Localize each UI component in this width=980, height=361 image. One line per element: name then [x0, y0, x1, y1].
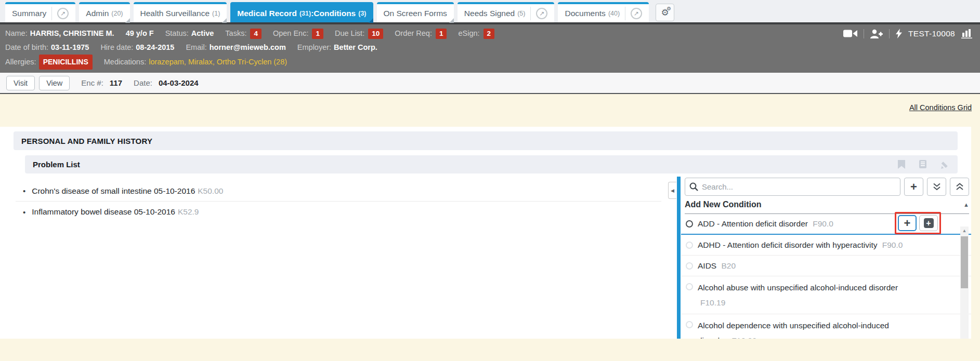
tab-label: On Screen Forms [384, 9, 447, 18]
esign-label: eSign: [458, 26, 479, 41]
patient-dob: 03-11-1975 [51, 41, 89, 55]
settings-button[interactable]: ⚙ ⚙ [656, 4, 674, 21]
scrollbar-thumb[interactable] [961, 236, 968, 288]
tutorial-highlight-box: + + [895, 212, 941, 234]
tab-label: Needs Signed [464, 9, 515, 18]
condition-row-add[interactable]: ADD - Attention deficit disorder F90.0 +… [681, 214, 971, 235]
condition-row-adhd[interactable]: ADHD - Attention deficit disorder with h… [681, 235, 971, 256]
icd-code: F90.0 [813, 219, 833, 228]
search-icon [689, 182, 698, 191]
tab-summary[interactable]: Summary ↗ [5, 2, 75, 22]
bullet: • [23, 208, 25, 217]
view-button[interactable]: View [39, 76, 70, 90]
open-enc-badge[interactable]: 1 [312, 29, 323, 39]
patient-name: HARRIS, CHRISTINE M. [30, 26, 114, 41]
double-chevron-down-icon [933, 183, 941, 191]
divider [530, 7, 531, 20]
patient-banner-row-3: Allergies: PENICILLINS Medications: lora… [5, 55, 973, 70]
content-area: All Conditions Grid PERSONAL AND FAMILY … [0, 94, 980, 339]
condition-name: ADHD - Attention deficit disorder with h… [698, 240, 877, 249]
medications-list[interactable]: lorazepam, Miralax, Ortho Tri-Cyclen (28… [149, 55, 287, 69]
enc-date-label: Date: [134, 78, 152, 87]
tab-count: (5) [517, 10, 525, 17]
video-call-icon[interactable] [843, 29, 857, 38]
flowsheet-chart-icon[interactable] [961, 29, 973, 38]
tasks-count-badge[interactable]: 4 [250, 29, 262, 39]
patient-banner-row-2: Date of birth: 03-11-1975 Hire date: 08-… [5, 41, 973, 55]
order-req-badge[interactable]: 1 [436, 29, 447, 39]
quick-action-bolt-icon[interactable] [896, 29, 902, 38]
problem-row[interactable]: • Crohn's disease of small intestine 05-… [16, 181, 661, 202]
tab-label: Medical Record [237, 9, 297, 18]
subsection-title: Problem List [33, 160, 80, 169]
add-user-icon[interactable] [870, 29, 883, 38]
patient-banner-row-1: Name: HARRIS, CHRISTINE M. 49 y/o F Stat… [5, 26, 973, 41]
condition-name: Alcohol abuse with unspecified alcohol-i… [698, 283, 898, 292]
icd-code: F10.29 [731, 336, 756, 339]
visit-button[interactable]: Visit [6, 76, 35, 90]
panel-accent-bar [677, 177, 681, 339]
hire-date-label: Hire date: [100, 41, 133, 55]
tab-label: Documents [565, 9, 605, 18]
all-conditions-grid-link[interactable]: All Conditions Grid [909, 103, 972, 112]
condition-radio[interactable] [686, 242, 693, 249]
tab-medical-record-conditions[interactable]: Medical Record (31) :Conditions (3) [230, 2, 373, 22]
collapse-section-icon[interactable]: ▲ [963, 202, 969, 208]
tab-documents[interactable]: Documents (40) ↗ [558, 2, 649, 22]
icd-code: F10.19 [700, 298, 725, 307]
panel-collapse-handle[interactable]: ◀ [668, 182, 676, 199]
add-condition-with-details-button[interactable]: + [919, 215, 938, 231]
quick-add-condition-button[interactable]: + [898, 215, 917, 231]
condition-radio[interactable] [686, 283, 693, 290]
condition-row-alcohol-dependence[interactable]: Alcohol dependence with unspecified alco… [681, 314, 971, 339]
due-list-label: Due List: [335, 26, 364, 41]
external-link-icon[interactable]: ↗ [631, 8, 642, 19]
edit-pencil-icon[interactable] [941, 160, 950, 169]
tasks-label: Tasks: [225, 26, 246, 41]
divider [51, 7, 52, 20]
order-req-label: Order Req: [395, 26, 432, 41]
esign-badge[interactable]: 2 [484, 29, 495, 39]
name-label: Name: [5, 26, 28, 41]
scroll-up-icon[interactable]: ▲ [960, 226, 969, 235]
external-link-icon[interactable]: ↗ [57, 8, 69, 19]
due-list-badge[interactable]: 10 [368, 29, 383, 39]
expand-all-button[interactable] [927, 178, 946, 196]
tab-on-screen-forms[interactable]: On Screen Forms [377, 2, 454, 22]
icd-code: K52.9 [178, 207, 199, 217]
condition-radio[interactable] [686, 262, 693, 270]
external-link-icon[interactable]: ↗ [536, 8, 547, 19]
condition-row-alcohol-abuse[interactable]: Alcohol abuse with unspecified alcohol-i… [681, 276, 971, 314]
encounter-bar: Visit View Enc #: 117 Date: 04-03-2024 [0, 73, 980, 94]
status-label: Status: [165, 26, 189, 41]
gear-icon: ⚙ [667, 6, 671, 11]
tab-health-surveillance[interactable]: Health Surveillance (1) [134, 2, 227, 22]
condition-list-scrollbar[interactable]: ▲ ▼ [960, 226, 969, 339]
tab-count: (20) [111, 10, 123, 17]
dob-label: Date of birth: [5, 41, 48, 55]
journal-icon[interactable] [919, 160, 927, 169]
tab-count: (40) [608, 10, 620, 17]
problem-row[interactable]: • Inflammatory bowel disease 05-10-2016 … [16, 202, 661, 222]
plus-icon: + [910, 180, 917, 194]
tab-needs-signed[interactable]: Needs Signed (5) ↗ [458, 2, 555, 22]
icd-code: F90.0 [882, 240, 903, 249]
collapse-all-button[interactable] [950, 178, 969, 196]
section-header-personal-family-history: PERSONAL AND FAMILY HISTORY [14, 131, 958, 150]
add-condition-toolbar-button[interactable]: + [904, 178, 923, 196]
condition-search-input[interactable] [685, 178, 900, 196]
condition-radio[interactable] [686, 220, 693, 228]
allergy-badge[interactable]: PENICILLINS [39, 55, 93, 70]
condition-radio[interactable] [686, 321, 693, 328]
bookmark-icon[interactable] [898, 160, 905, 169]
chevron-left-icon: ◀ [671, 188, 674, 193]
condition-name: AIDS [698, 261, 716, 270]
icd-code: K50.00 [198, 186, 223, 196]
condition-row-aids[interactable]: AIDS B20 [681, 256, 971, 276]
medications-label: Medications: [104, 55, 146, 69]
tab-count: (31) [299, 10, 311, 17]
problem-list: • Crohn's disease of small intestine 05-… [0, 177, 677, 339]
plus-square-icon: + [924, 218, 934, 228]
plus-icon: + [904, 218, 911, 229]
tab-admin[interactable]: Admin (20) [79, 2, 129, 22]
